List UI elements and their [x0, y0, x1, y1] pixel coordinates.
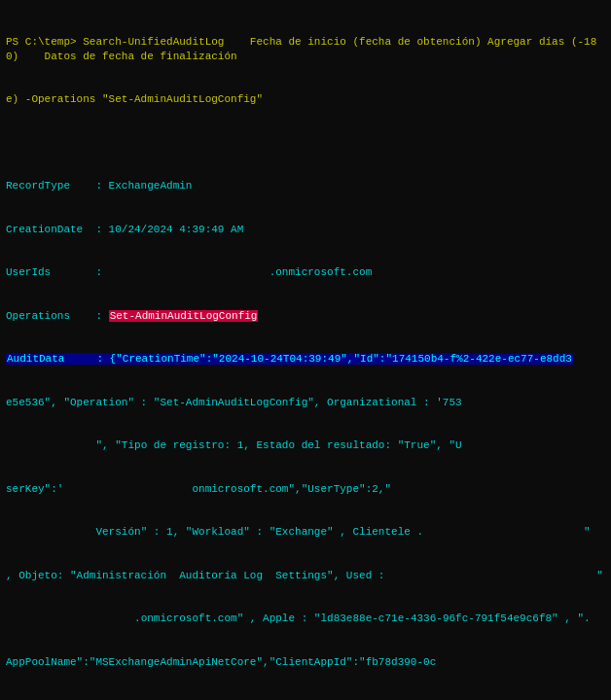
operations-highlight-1: Set-AdminAuditLogConfig [109, 310, 259, 322]
audit-data-1e: Versión" : 1, "Workload" : "Exchange" , … [6, 525, 609, 540]
audit-data-1h: AppPoolName":"MSExchangeAdminApiNetCore"… [6, 655, 609, 670]
ps-command-line: PS C:\temp> Search-UnifiedAuditLog Fecha… [6, 35, 609, 64]
audit-data-1: AuditData : {"CreationTime":"2024-10-24T… [6, 352, 609, 367]
audit-highlight-1: AuditData : {"CreationTime":"2024-10-24T… [6, 353, 573, 365]
audit-data-1d: serKey":' onmicrosoft.com","UserType":2,… [6, 482, 609, 497]
terminal-window: PS C:\temp> Search-UnifiedAuditLog Fecha… [2, 4, 611, 700]
blank-line1 [6, 136, 609, 151]
record-type-1: RecordType : ExchangeAdmin [6, 179, 609, 193]
creation-date-1: CreationDate : 10/24/2024 4:39:49 AM [6, 223, 609, 237]
audit-data-1f: , Objeto: "Administración Auditoría Log … [6, 569, 609, 583]
audit-data-1c: ", "Tipo de registro: 1, Estado del resu… [6, 438, 609, 453]
operations-1: Operations : Set-AdminAuditLogConfig [6, 309, 609, 324]
ps-command-continued: e) -Operations "Set-AdminAuditLogConfig" [6, 92, 609, 107]
audit-data-1b: e5e536", "Operation" : "Set-AdminAuditLo… [6, 396, 609, 410]
user-ids-1: UserIds : .onmicrosoft.com [6, 265, 609, 280]
audit-data-1g: .onmicrosoft.com" , Apple : "ld83e88e-c7… [6, 612, 609, 626]
